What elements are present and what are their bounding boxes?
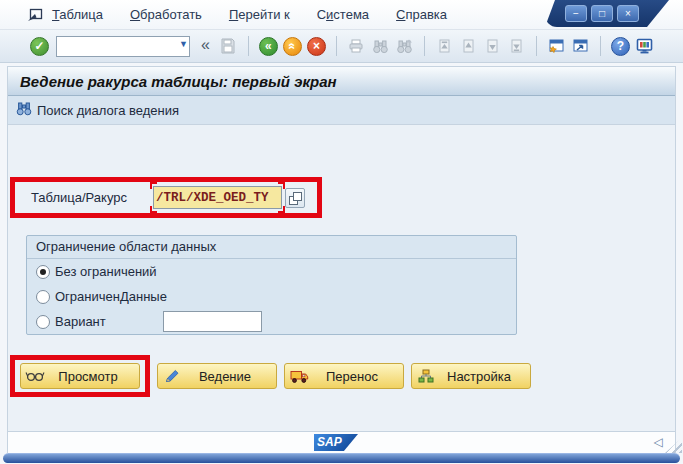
control-menu-icon[interactable] [26, 7, 44, 23]
action-buttons-row: Просмотр Ведение [10, 355, 531, 397]
close-button[interactable]: × [617, 5, 639, 22]
table-view-annotation-box: Таблица/Ракурс [10, 177, 322, 218]
next-page-icon[interactable] [483, 37, 502, 56]
toolbar-separator [424, 36, 425, 56]
selection-corner [278, 182, 285, 189]
exit-icon[interactable]: « [283, 37, 302, 56]
radio-restricted-data[interactable] [36, 290, 50, 304]
toolbar-separator [536, 36, 537, 56]
table-view-input[interactable] [153, 186, 282, 209]
toolbar-separator [600, 36, 601, 56]
hierarchy-icon [416, 368, 436, 384]
first-page-icon[interactable] [435, 37, 454, 56]
radio-no-restriction-label: Без ограничений [55, 264, 157, 279]
radio-row-variant: Вариант [27, 309, 516, 334]
collapse-toolbar-icon[interactable]: « [201, 36, 210, 54]
find-icon[interactable] [371, 37, 390, 56]
window-bottom-border [3, 453, 680, 463]
enter-icon[interactable]: ✓ [30, 37, 49, 56]
selection-corner [278, 206, 285, 213]
sap-logo: SAP [314, 434, 358, 451]
toolbar-separator [336, 36, 337, 56]
selection-corner [150, 206, 157, 213]
table-view-field[interactable] [153, 186, 282, 209]
menu-table[interactable]: Таблица [52, 7, 103, 22]
minimize-button[interactable]: − [565, 5, 587, 22]
standard-toolbar: ✓ ▼ « « « × [0, 30, 683, 63]
selection-corner [150, 182, 157, 189]
dynpro-screen: Ведение ракурса таблицы: первый экран По… [7, 66, 676, 432]
data-restriction-groupbox: Ограничение области данных Без ограничен… [26, 235, 517, 335]
create-shortcut-icon[interactable] [571, 37, 590, 56]
radio-no-restriction[interactable] [36, 265, 50, 279]
menu-system[interactable]: Система [317, 7, 369, 22]
menu-help[interactable]: Справка [396, 7, 447, 22]
sap-gui-window: Таблица Обработать Перейти к Система Спр… [0, 0, 683, 464]
find-dialog-button[interactable]: Поиск диалога ведения [37, 103, 179, 118]
command-input[interactable] [56, 36, 190, 57]
radio-variant-label: Вариант [55, 314, 106, 329]
cancel-icon[interactable]: × [307, 37, 326, 56]
pencil-icon [162, 368, 182, 384]
last-page-icon[interactable] [507, 37, 526, 56]
screen-title: Ведение ракурса таблицы: первый экран [8, 67, 675, 96]
glasses-icon [25, 368, 45, 384]
print-icon[interactable] [347, 37, 366, 56]
customizing-button[interactable]: Настройка [411, 363, 531, 389]
table-view-label: Таблица/Ракурс [31, 190, 153, 205]
status-collapse-icon[interactable]: ◁ [654, 435, 663, 449]
radio-restricted-data-label: ОграниченДанные [55, 289, 167, 304]
find-dialog-binoculars-icon [16, 101, 32, 119]
transport-button[interactable]: Перенос [284, 363, 404, 389]
radio-row-no-restriction: Без ограничений [27, 259, 516, 284]
new-session-icon[interactable] [547, 37, 566, 56]
back-icon[interactable]: « [259, 37, 278, 56]
groupbox-title: Ограничение области данных [27, 236, 516, 259]
menu-goto[interactable]: Перейти к [229, 7, 290, 22]
maximize-button[interactable]: □ [591, 5, 613, 22]
status-bar: SAP ◁ [7, 432, 676, 453]
find-next-icon[interactable] [395, 37, 414, 56]
application-toolbar: Поиск диалога ведения [8, 96, 675, 125]
value-help-icon[interactable] [285, 188, 305, 208]
truck-icon [289, 368, 309, 384]
display-button[interactable]: Просмотр [20, 363, 140, 389]
menu-edit[interactable]: Обработать [130, 7, 202, 22]
save-icon[interactable] [219, 37, 238, 56]
maintain-button[interactable]: Ведение [157, 363, 277, 389]
toolbar-separator [248, 36, 249, 56]
command-field[interactable]: ▼ [56, 36, 190, 57]
variant-input[interactable] [163, 311, 262, 332]
previous-page-icon[interactable] [459, 37, 478, 56]
radio-variant[interactable] [36, 315, 50, 329]
help-icon[interactable]: ? [611, 37, 630, 56]
radio-row-restricted-data: ОграниченДанные [27, 284, 516, 309]
customize-layout-icon[interactable] [635, 37, 654, 56]
chevron-down-icon[interactable]: ▼ [179, 39, 188, 49]
display-button-annotation-box: Просмотр [10, 355, 150, 397]
